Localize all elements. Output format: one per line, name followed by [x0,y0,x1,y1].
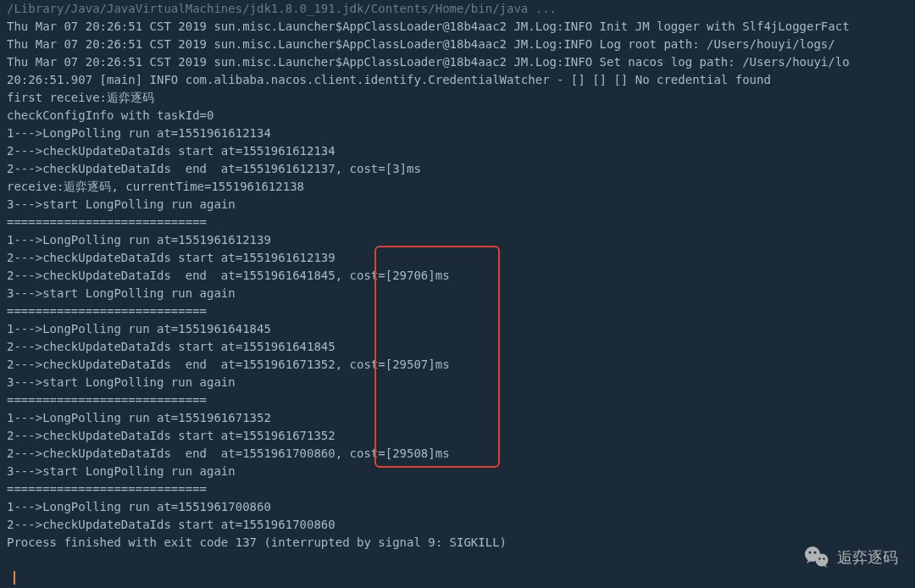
log-line: 1--->LongPolling run at=1551961700860 [0,498,915,516]
log-line: ============================ [0,214,915,231]
log-line: first receive:逅弈逐码 [0,89,915,107]
log-line: 2--->checkUpdateDataIds start at=1551961… [0,249,915,267]
watermark-text: 逅弈逐码 [837,549,898,567]
log-line: 3--->start LongPolling run again [0,374,915,391]
log-line: 2--->checkUpdateDataIds end at=155196170… [0,445,915,463]
log-line: ============================ [0,480,915,498]
log-line: ============================ [0,391,915,409]
log-line: 2--->checkUpdateDataIds end at=155196167… [0,356,915,374]
log-line: 3--->start LongPolling run again [0,463,915,480]
wechat-icon [803,544,830,571]
log-line: Thu Mar 07 20:26:51 CST 2019 sun.misc.La… [0,36,915,53]
svg-point-5 [823,557,824,559]
terminal-output: /Library/Java/JavaVirtualMachines/jdk1.8… [0,0,915,552]
log-line: 3--->start LongPolling run again [0,285,915,302]
svg-point-3 [814,552,817,554]
log-line: 1--->LongPolling run at=1551961612139 [0,231,915,249]
log-line: 2--->checkUpdateDataIds start at=1551961… [0,142,915,160]
log-line: 2--->checkUpdateDataIds end at=155196164… [0,267,915,285]
log-line: checkConfigInfo with taskId=0 [0,107,915,125]
watermark: 逅弈逐码 [803,544,898,571]
log-line: receive:逅弈逐码, currentTime=1551961612138 [0,178,915,196]
log-line: /Library/Java/JavaVirtualMachines/jdk1.8… [0,0,915,18]
log-line: Process finished with exit code 137 (int… [0,534,915,552]
log-line: 2--->checkUpdateDataIds end at=155196161… [0,160,915,178]
log-line: 1--->LongPolling run at=1551961641845 [0,320,915,338]
log-line: 2--->checkUpdateDataIds start at=1551961… [0,338,915,356]
log-line: 3--->start LongPolling run again [0,196,915,214]
svg-point-4 [818,557,820,559]
log-line: 1--->LongPolling run at=1551961612134 [0,125,915,142]
log-line: 1--->LongPolling run at=1551961671352 [0,409,915,427]
log-line: Thu Mar 07 20:26:51 CST 2019 sun.misc.La… [0,18,915,36]
svg-point-1 [816,554,829,567]
log-line: 2--->checkUpdateDataIds start at=1551961… [0,427,915,445]
log-line: Thu Mar 07 20:26:51 CST 2019 sun.misc.La… [0,53,915,71]
terminal-cursor [14,571,15,585]
svg-point-2 [809,552,812,554]
log-line: 2--->checkUpdateDataIds start at=1551961… [0,516,915,534]
log-line: 20:26:51.907 [main] INFO com.alibaba.nac… [0,71,915,89]
log-line: ============================ [0,302,915,320]
